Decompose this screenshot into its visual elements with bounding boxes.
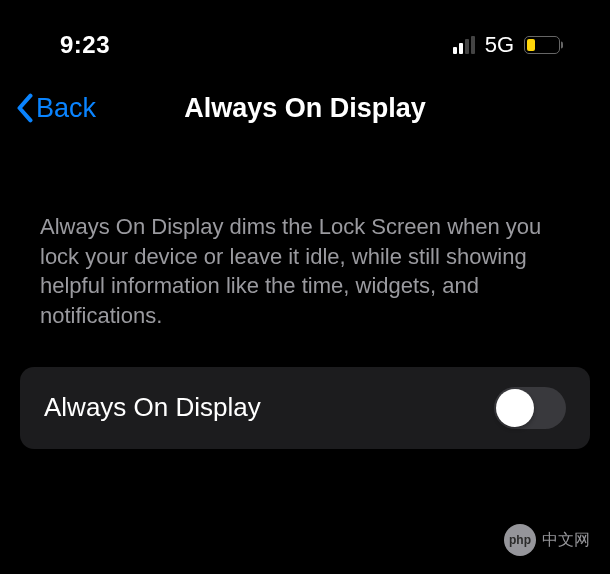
toggle-knob [496,389,534,427]
status-bar: 9:23 5G [0,0,610,60]
chevron-left-icon [14,93,36,123]
watermark-icon: php [504,524,536,556]
always-on-display-row[interactable]: Always On Display [20,367,590,449]
watermark: php 中文网 [504,524,590,556]
navigation-bar: Back Always On Display [0,60,610,140]
network-type: 5G [485,32,514,58]
status-time: 9:23 [60,31,110,59]
setting-label: Always On Display [44,392,261,423]
setting-description: Always On Display dims the Lock Screen w… [0,140,610,355]
always-on-display-toggle[interactable] [494,387,566,429]
battery-fill [527,39,535,51]
battery-icon [524,36,560,54]
watermark-text: 中文网 [542,530,590,551]
back-label: Back [36,93,96,124]
status-indicators: 5G [453,32,560,58]
back-button[interactable]: Back [14,93,96,124]
page-title: Always On Display [20,93,590,124]
cellular-signal-icon [453,36,475,54]
